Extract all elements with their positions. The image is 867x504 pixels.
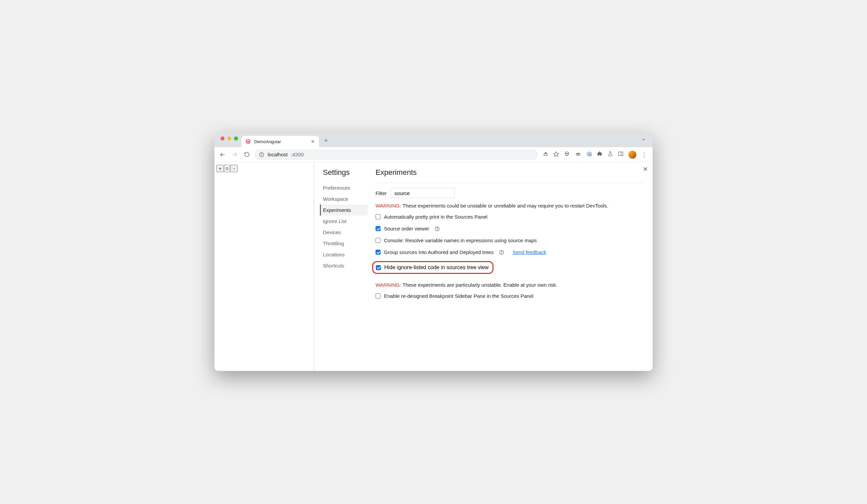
tab-close-button[interactable]: ✕ [311, 139, 315, 144]
address-bar[interactable]: localhost:4200 [254, 149, 538, 160]
experiments-panel: Experiments Filter WARNING: These experi… [368, 162, 653, 371]
svg-point-22 [502, 253, 502, 253]
experiment-label: Enable re-designed Breakpoint Sidebar Pa… [384, 293, 534, 299]
counter-widget: + 0 - [216, 165, 312, 172]
angular-icon [245, 139, 251, 144]
warning-text: These experiments could be unstable or u… [401, 203, 608, 209]
divider [375, 183, 643, 183]
svg-point-9 [566, 153, 567, 154]
help-icon[interactable] [499, 250, 504, 255]
experiment-breakpoint-sidebar: Enable re-designed Breakpoint Sidebar Pa… [375, 293, 643, 299]
url-port: :4200 [291, 152, 304, 157]
window-minimize-button[interactable] [227, 136, 231, 141]
warning-unstable: WARNING: These experiments could be unst… [375, 203, 643, 209]
checkbox-hide-ignore[interactable] [376, 265, 381, 270]
browser-menu-button[interactable]: ⋮ [641, 151, 647, 158]
side-panel-icon[interactable] [618, 151, 624, 158]
nav-preferences[interactable]: Preferences [320, 182, 368, 193]
warning-label: WARNING: [375, 203, 401, 209]
warning-label: WARNING: [375, 282, 401, 288]
checkbox-group-sources[interactable] [375, 250, 381, 255]
svg-rect-17 [619, 152, 623, 156]
page-content: + 0 - ✕ Settings Preferences Workspace E… [214, 162, 653, 371]
experiment-group-sources: Group sources into Authored and Deployed… [375, 249, 643, 255]
toolbar-actions: ⋮ [541, 151, 649, 159]
nav-shortcuts[interactable]: Shortcuts [320, 260, 368, 271]
nav-devices[interactable]: Devices [320, 227, 368, 238]
experiment-pretty-print: Automatically pretty print in the Source… [375, 214, 643, 220]
page-body: + 0 - [214, 162, 314, 371]
back-button[interactable] [218, 150, 227, 160]
share-icon[interactable] [543, 151, 548, 158]
warning-particularly-unstable: WARNING: These experiments are particula… [375, 282, 643, 288]
settings-nav: Preferences Workspace Experiments Ignore… [323, 182, 368, 271]
counter-increment-button[interactable]: + [216, 165, 224, 172]
extensions-icon[interactable] [597, 151, 603, 158]
filter-input[interactable] [391, 188, 455, 198]
settings-title: Settings [323, 168, 368, 177]
checkbox-breakpoint-sidebar[interactable] [375, 294, 381, 298]
experiment-hide-ignore-highlight: Hide ignore-listed code in sources tree … [372, 261, 493, 274]
svg-point-11 [576, 153, 578, 155]
extension-target-icon[interactable] [586, 151, 592, 158]
window-close-button[interactable] [221, 136, 225, 141]
tabs-dropdown-button[interactable] [639, 137, 649, 143]
filter-label: Filter [375, 190, 387, 196]
extension-incognito-icon[interactable] [575, 151, 581, 158]
experiment-label: Console: Resolve variable names in expre… [384, 238, 537, 243]
nav-ignore-list[interactable]: Ignore List [320, 216, 368, 227]
warning-text: These experiments are particularly unsta… [401, 282, 557, 288]
new-tab-button[interactable]: ＋ [321, 135, 331, 145]
forward-button[interactable] [230, 150, 239, 160]
settings-sidebar: Settings Preferences Workspace Experimen… [314, 162, 368, 371]
extension-skull-icon[interactable] [564, 151, 570, 158]
counter-decrement-button[interactable]: - [230, 165, 238, 172]
svg-point-16 [590, 154, 592, 156]
reload-button[interactable] [242, 150, 251, 160]
window-controls [218, 136, 242, 144]
experiments-list-unstable: Enable re-designed Breakpoint Sidebar Pa… [375, 293, 643, 299]
checkbox-pretty-print[interactable] [375, 214, 381, 219]
experiment-label: Group sources into Authored and Deployed… [384, 249, 493, 255]
experiment-label: Source order viewer [384, 226, 429, 231]
nav-locations[interactable]: Locations [320, 249, 368, 260]
tab-bar: DemoAngular ✕ ＋ [214, 133, 653, 147]
svg-point-12 [578, 153, 580, 155]
experiment-label: Automatically pretty print in the Source… [384, 214, 488, 220]
nav-experiments[interactable]: Experiments [320, 205, 368, 216]
svg-point-10 [567, 153, 568, 154]
filter-row: Filter [375, 188, 643, 198]
help-icon[interactable] [435, 226, 440, 231]
site-info-icon[interactable] [259, 152, 264, 157]
nav-workspace[interactable]: Workspace [320, 193, 368, 205]
svg-point-4 [261, 153, 262, 154]
experiment-label: Hide ignore-listed code in sources tree … [384, 264, 489, 271]
checkbox-source-order[interactable] [375, 226, 381, 231]
nav-throttling[interactable]: Throttling [320, 238, 368, 249]
devtools-settings-panel: ✕ Settings Preferences Workspace Experim… [314, 162, 653, 371]
window-maximize-button[interactable] [234, 136, 238, 141]
send-feedback-link[interactable]: Send feedback [512, 249, 546, 255]
close-settings-button[interactable]: ✕ [643, 165, 648, 173]
browser-tab[interactable]: DemoAngular ✕ [242, 136, 319, 147]
labs-icon[interactable] [608, 151, 613, 158]
svg-point-20 [437, 229, 438, 230]
counter-value: 0 [224, 165, 230, 172]
experiments-heading: Experiments [375, 168, 643, 177]
checkbox-console-resolve[interactable] [375, 238, 381, 243]
svg-marker-7 [554, 152, 559, 156]
bookmark-icon[interactable] [553, 151, 559, 158]
url-host: localhost [268, 152, 288, 157]
experiment-source-order: Source order viewer [375, 226, 643, 231]
profile-avatar[interactable] [628, 151, 636, 159]
svg-point-15 [589, 153, 590, 155]
tab-title: DemoAngular [254, 139, 281, 144]
browser-window: DemoAngular ✕ ＋ localhost:4200 [214, 133, 653, 371]
toolbar: localhost:4200 ⋮ [214, 147, 653, 162]
experiment-console-resolve: Console: Resolve variable names in expre… [375, 238, 643, 243]
experiments-list: Automatically pretty print in the Source… [375, 214, 643, 274]
